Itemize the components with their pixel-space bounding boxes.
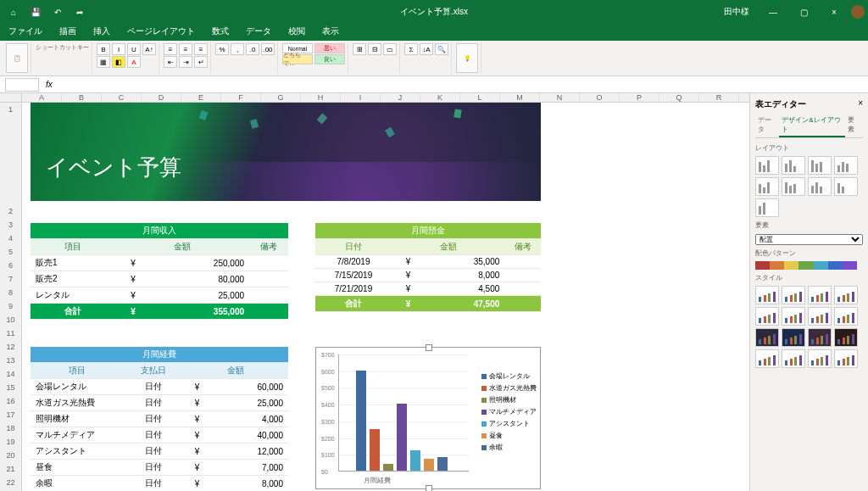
layout-thumb[interactable] [834, 177, 858, 196]
close-button[interactable]: × [821, 0, 848, 24]
select-all-corner[interactable] [0, 93, 22, 102]
row-header[interactable]: 19 [0, 435, 21, 449]
table-row[interactable]: 7/8/2019¥35,000 [315, 255, 541, 269]
delete-cells-button[interactable]: ⊟ [368, 43, 381, 55]
row-header[interactable]: 7 [0, 272, 21, 286]
wrap-text-button[interactable]: ↵ [194, 56, 208, 68]
indent-increase-button[interactable]: ⇥ [179, 56, 192, 68]
style-thumb[interactable] [808, 286, 832, 304]
border-button[interactable]: ▦ [97, 56, 110, 68]
style-thumb[interactable] [782, 349, 805, 368]
layout-thumb[interactable] [834, 156, 858, 175]
table-row[interactable]: 余暇日付¥8,000 [31, 476, 288, 492]
row-header[interactable]: 2 [0, 204, 21, 218]
font-size-up-button[interactable]: A↑ [142, 43, 156, 55]
menu-formula[interactable]: 数式 [203, 24, 237, 41]
paste-button[interactable]: 📋 [6, 43, 28, 73]
row-header[interactable]: 6 [0, 259, 21, 272]
layout-thumb[interactable] [755, 198, 779, 217]
col-header[interactable]: I [341, 93, 381, 102]
row-header[interactable]: 21 [0, 462, 21, 476]
undo-icon[interactable]: ↶ [53, 7, 63, 17]
table-row[interactable]: 照明機材日付¥4,000 [31, 411, 288, 427]
color-placement-select[interactable]: 配置 [755, 234, 863, 245]
cell-style-neutral[interactable]: どちらで… [282, 54, 313, 64]
col-header[interactable]: R [699, 93, 739, 102]
col-header[interactable]: N [540, 93, 580, 102]
style-thumb[interactable] [755, 328, 779, 347]
table-row[interactable]: 7/15/2019¥8,000 [315, 269, 541, 282]
fill-color-button[interactable]: ◧ [112, 56, 125, 68]
col-header[interactable]: D [142, 93, 181, 102]
row-header[interactable]: 20 [0, 449, 21, 462]
save-icon[interactable]: 💾 [31, 7, 41, 17]
col-header[interactable]: A [22, 93, 62, 102]
style-thumb[interactable] [834, 286, 858, 304]
row-header[interactable]: 1 [0, 103, 21, 204]
style-thumb[interactable] [834, 328, 858, 347]
style-thumb[interactable] [782, 286, 805, 304]
table-row[interactable]: 昼食日付¥7,000 [31, 460, 288, 476]
col-header[interactable]: C [102, 93, 142, 102]
bold-button[interactable]: B [97, 43, 110, 55]
menu-pagelayout[interactable]: ページレイアウト [119, 24, 203, 41]
layout-thumb[interactable] [782, 177, 805, 196]
col-header[interactable]: P [620, 93, 659, 102]
menu-file[interactable]: ファイル [0, 24, 51, 41]
style-thumb[interactable] [755, 349, 779, 368]
style-thumb[interactable] [755, 307, 779, 326]
col-header[interactable]: L [460, 93, 500, 102]
col-header[interactable]: E [181, 93, 221, 102]
col-header[interactable]: K [420, 93, 460, 102]
sort-button[interactable]: ↓A [420, 43, 433, 55]
format-comma-button[interactable]: , [231, 43, 244, 55]
panel-tab-design[interactable]: デザイン&レイアウト [779, 114, 845, 137]
table-row[interactable]: 会場レンタル日付¥60,000 [31, 379, 288, 395]
col-header[interactable]: J [381, 93, 420, 102]
col-header[interactable]: O [580, 93, 620, 102]
style-thumb[interactable] [834, 349, 858, 368]
layout-thumb[interactable] [808, 156, 832, 175]
font-color-button[interactable]: A [127, 56, 141, 68]
table-row[interactable]: アシスタント日付¥12,000 [31, 444, 288, 460]
style-thumb[interactable] [782, 307, 805, 326]
chart[interactable]: 月間経費 会場レンタル水道ガス光熱費照明機材マルチメディアアシスタント昼食余暇 … [315, 347, 541, 489]
table-row[interactable]: レンタル¥25,000 [31, 287, 288, 304]
table-row[interactable]: 販売2¥80,000 [31, 271, 288, 287]
maximize-button[interactable]: ▢ [790, 0, 817, 24]
col-header[interactable]: M [500, 93, 540, 102]
row-header[interactable]: 3 [0, 218, 21, 232]
autosum-button[interactable]: Σ [404, 43, 418, 55]
style-thumb[interactable] [808, 349, 832, 368]
row-header[interactable]: 22 [0, 476, 21, 489]
decimal-decrease-button[interactable]: .00 [261, 43, 275, 55]
layout-thumb[interactable] [755, 177, 779, 196]
indent-decrease-button[interactable]: ⇤ [164, 56, 177, 68]
col-header[interactable]: Q [659, 93, 699, 102]
table-row[interactable]: 販売1¥250,000 [31, 255, 288, 271]
table-row[interactable]: 7/21/2019¥4,500 [315, 282, 541, 296]
row-header[interactable]: 11 [0, 326, 21, 340]
ideas-button[interactable]: 💡 [456, 43, 478, 73]
menu-view[interactable]: 表示 [314, 24, 348, 41]
minimize-button[interactable]: — [760, 0, 787, 24]
format-cells-button[interactable]: ▭ [383, 43, 397, 55]
panel-close-icon[interactable]: × [858, 98, 863, 108]
style-thumb[interactable] [755, 286, 779, 304]
menu-insert[interactable]: 挿入 [85, 24, 119, 41]
row-header[interactable]: 14 [0, 367, 21, 381]
row-header[interactable]: 9 [0, 299, 21, 313]
home-icon[interactable]: ⌂ [8, 7, 19, 17]
cells-canvas[interactable]: イベント予算 月間収入 項目 金額 備考 販売1¥250,000販売2¥80,0… [22, 103, 749, 491]
row-header[interactable]: 17 [0, 408, 21, 421]
table-row[interactable]: 水道ガス光熱費日付¥25,000 [31, 395, 288, 411]
panel-tab-elements[interactable]: 要素 [845, 114, 863, 137]
row-header[interactable]: 18 [0, 421, 21, 435]
row-header[interactable]: 10 [0, 313, 21, 326]
menu-review[interactable]: 校閲 [280, 24, 314, 41]
cell-style-bad[interactable]: 悪い [314, 43, 345, 53]
row-header[interactable]: 15 [0, 381, 21, 394]
layout-thumb[interactable] [755, 156, 779, 175]
col-header[interactable]: B [62, 93, 102, 102]
align-center-button[interactable]: ≡ [179, 43, 192, 55]
